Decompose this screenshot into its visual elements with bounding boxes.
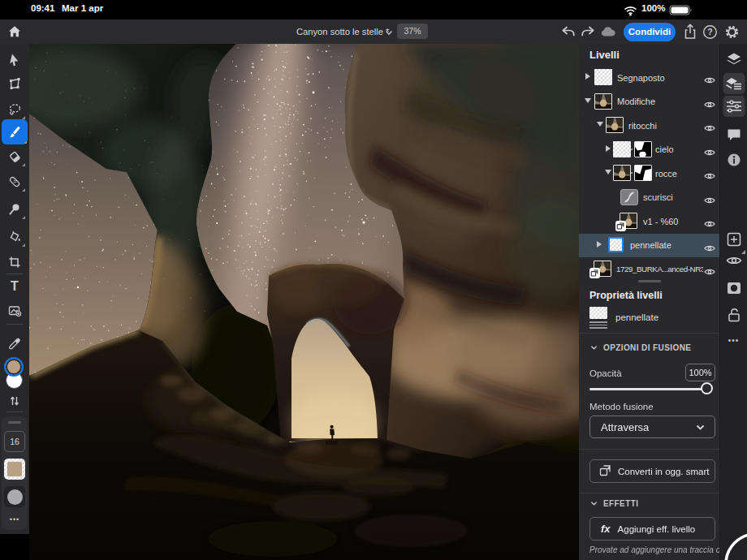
svg-text:?: ? [707, 27, 712, 37]
